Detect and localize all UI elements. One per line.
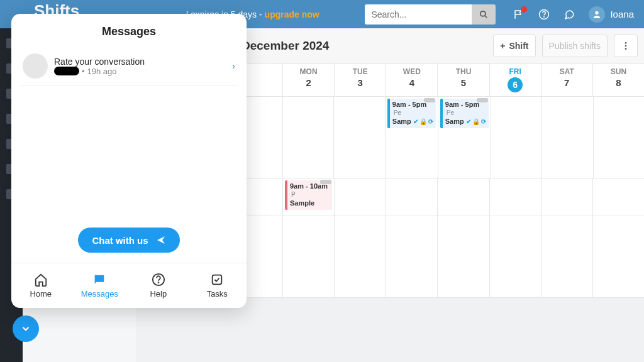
day-header[interactable]: FRI6 — [490, 63, 541, 96]
tab-tasks[interactable]: Tasks — [188, 263, 247, 308]
day-of-week: MON — [283, 67, 334, 76]
question-circle-icon — [538, 9, 550, 20]
more-vertical-icon — [621, 41, 631, 51]
search-input[interactable] — [365, 4, 472, 25]
day-of-week: SAT — [541, 67, 592, 76]
day-header[interactable]: THU5 — [438, 63, 489, 96]
check-icon: ✔ — [466, 118, 471, 126]
shift-handle[interactable] — [477, 98, 488, 102]
day-of-week: FRI — [490, 67, 541, 76]
chat-with-us-button[interactable]: Chat with us — [78, 228, 179, 253]
help-icon — [152, 273, 165, 287]
shift-block[interactable]: 9am - 5pm Pe Samp✔🔒⟳ — [387, 99, 436, 128]
upgrade-link[interactable]: upgrade now — [265, 9, 319, 19]
svg-point-11 — [625, 48, 627, 50]
svg-point-3 — [544, 16, 545, 17]
day-of-month: 5 — [438, 77, 489, 88]
cell[interactable] — [334, 97, 385, 178]
cell[interactable] — [542, 97, 593, 178]
cell[interactable] — [386, 178, 438, 216]
svg-point-10 — [625, 45, 627, 47]
cell[interactable] — [541, 178, 593, 216]
user-avatar-icon — [589, 6, 605, 23]
day-of-month: 7 — [541, 77, 592, 88]
shift-handle[interactable] — [320, 180, 331, 184]
redacted-name — [54, 67, 79, 75]
day-of-month: 3 — [335, 77, 386, 88]
day-header[interactable]: TUE3 — [335, 63, 386, 96]
search-icon — [479, 10, 488, 19]
lock-icon: 🔒 — [472, 118, 480, 126]
svg-point-0 — [480, 11, 486, 16]
search-button[interactable] — [472, 4, 496, 25]
day-of-month: 4 — [386, 77, 437, 88]
message-item[interactable]: Rate your conversation • 19h ago › — [20, 47, 238, 85]
tab-messages[interactable]: Messages — [70, 263, 130, 308]
cell[interactable] — [283, 216, 335, 297]
tab-help[interactable]: Help — [129, 263, 188, 308]
cell[interactable] — [438, 216, 489, 297]
cell[interactable]: 9am - 10am P Sample — [283, 178, 335, 216]
widget-collapse-button[interactable] — [13, 315, 39, 342]
lock-icon: 🔒 — [419, 118, 427, 126]
cell[interactable] — [594, 97, 644, 178]
message-title: Rate your conversation — [54, 57, 226, 67]
shift-block[interactable]: 9am - 10am P Sample — [285, 180, 332, 210]
svg-point-13 — [158, 282, 158, 283]
svg-rect-14 — [213, 275, 222, 285]
tasks-icon — [210, 273, 224, 287]
search-box — [365, 4, 496, 25]
cell[interactable] — [490, 178, 541, 216]
add-shift-button[interactable]: +Shift — [493, 35, 535, 57]
tab-home[interactable]: Home — [11, 263, 70, 308]
day-of-week: TUE — [335, 67, 386, 76]
chevron-right-icon: › — [232, 61, 235, 71]
month-label: December 2024 — [242, 39, 329, 53]
notifications-button[interactable] — [513, 9, 525, 20]
day-header[interactable]: WED4 — [386, 63, 438, 96]
cell[interactable] — [491, 97, 542, 178]
widget-title: Messages — [11, 14, 247, 47]
intercom-widget: Messages Rate your conversation • 19h ag… — [11, 14, 247, 308]
cell[interactable] — [283, 97, 334, 178]
cell[interactable] — [438, 178, 489, 216]
check-icon: ✔ — [413, 118, 418, 126]
cell[interactable] — [593, 216, 644, 297]
user-name: Ioana — [610, 9, 634, 19]
shift-block[interactable]: 9am - 5pm Pe Samp✔🔒⟳ — [440, 99, 489, 128]
svg-line-1 — [485, 15, 487, 18]
day-header[interactable]: MON2 — [283, 63, 335, 96]
day-header[interactable]: SUN8 — [593, 63, 644, 96]
cell[interactable] — [541, 216, 593, 297]
svg-point-9 — [625, 42, 627, 44]
cell[interactable] — [490, 216, 541, 297]
day-header[interactable]: SAT7 — [541, 63, 593, 96]
cell[interactable]: 9am - 5pm Pe Samp✔🔒⟳ — [386, 97, 438, 178]
cell[interactable]: 9am - 5pm Pe Samp✔🔒⟳ — [438, 97, 491, 178]
day-of-week: THU — [438, 67, 489, 76]
day-of-month: 2 — [283, 77, 334, 88]
user-menu[interactable]: Ioana — [589, 6, 634, 23]
day-of-week: SUN — [593, 67, 644, 76]
help-button[interactable] — [538, 9, 550, 20]
cell[interactable] — [593, 178, 644, 216]
publish-shifts-button[interactable]: Publish shifts — [542, 35, 608, 57]
chat-button[interactable] — [564, 9, 575, 20]
refresh-icon: ⟳ — [428, 118, 433, 126]
widget-tabs: Home Messages Help Tasks — [11, 263, 247, 308]
shift-handle[interactable] — [424, 98, 435, 102]
notification-badge — [521, 6, 527, 13]
send-icon — [156, 235, 166, 245]
chat-icon — [564, 9, 575, 20]
avatar — [23, 53, 48, 79]
svg-point-4 — [596, 11, 599, 14]
chevron-down-icon — [20, 323, 31, 334]
more-button[interactable] — [614, 35, 638, 57]
day-of-month: 6 — [508, 77, 523, 92]
day-of-week: WED — [386, 67, 437, 76]
cell[interactable] — [386, 216, 438, 297]
message-meta: • 19h ago — [54, 67, 226, 76]
cell[interactable] — [335, 178, 386, 216]
cell[interactable] — [335, 216, 386, 297]
messages-icon — [92, 273, 106, 287]
